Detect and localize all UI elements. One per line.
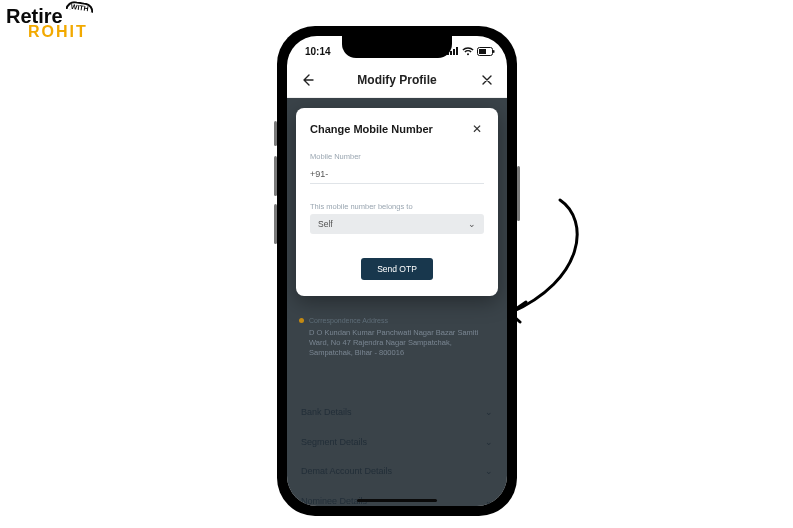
svg-rect-3 bbox=[456, 47, 458, 55]
chevron-down-icon: ⌄ bbox=[485, 436, 493, 450]
battery-icon bbox=[477, 47, 495, 56]
address-block: Correspondence Address D O Kundan Kumar … bbox=[309, 316, 479, 358]
close-icon bbox=[481, 74, 493, 86]
logo-badge: WITH bbox=[65, 0, 94, 13]
close-icon: ✕ bbox=[472, 122, 482, 136]
change-mobile-modal: Change Mobile Number ✕ Mobile Number Thi… bbox=[296, 108, 498, 296]
modal-close-button[interactable]: ✕ bbox=[470, 122, 484, 136]
screen-header: Modify Profile bbox=[287, 62, 507, 98]
phone-frame: 10:14 Modify Profile Correspondence Addr… bbox=[277, 26, 517, 516]
select-arrows-icon: ⌄ bbox=[468, 219, 476, 229]
svg-rect-1 bbox=[450, 51, 452, 55]
phone-side-button bbox=[274, 156, 277, 196]
svg-rect-5 bbox=[479, 49, 486, 54]
mobile-number-label: Mobile Number bbox=[310, 152, 484, 161]
status-time: 10:14 bbox=[305, 46, 331, 57]
screen-content: Correspondence Address D O Kundan Kumar … bbox=[287, 98, 507, 506]
page-title: Modify Profile bbox=[357, 73, 436, 87]
accordion-item[interactable]: Demat Account Details ⌄ bbox=[297, 457, 497, 487]
belongs-to-select[interactable]: Self ⌄ bbox=[310, 214, 484, 234]
logo-line2: ROHIT bbox=[28, 24, 88, 40]
chevron-down-icon: ⌄ bbox=[485, 465, 493, 479]
svg-rect-2 bbox=[453, 49, 455, 55]
phone-side-button bbox=[274, 204, 277, 244]
phone-notch bbox=[342, 36, 452, 58]
brand-logo: Retire WITH ROHIT bbox=[6, 6, 88, 40]
modal-title: Change Mobile Number bbox=[310, 123, 433, 135]
accordion-label: Demat Account Details bbox=[301, 465, 392, 479]
home-indicator[interactable] bbox=[357, 499, 437, 502]
wifi-icon bbox=[462, 47, 474, 56]
status-icons bbox=[447, 47, 495, 56]
belongs-to-label: This mobile number belongs to bbox=[310, 202, 484, 211]
arrow-left-icon bbox=[300, 73, 314, 87]
phone-side-button bbox=[274, 121, 277, 146]
accordion-item[interactable]: Nominee Details ⌄ bbox=[297, 487, 497, 507]
address-title: Correspondence Address bbox=[309, 316, 479, 327]
chevron-down-icon: ⌄ bbox=[485, 406, 493, 420]
select-value: Self bbox=[318, 219, 333, 229]
chevron-down-icon: ⌄ bbox=[485, 495, 493, 507]
accordion-label: Bank Details bbox=[301, 406, 352, 420]
close-button[interactable] bbox=[479, 72, 495, 88]
accordion-item[interactable]: Bank Details ⌄ bbox=[297, 398, 497, 428]
svg-rect-6 bbox=[493, 50, 495, 53]
section-list: Bank Details ⌄ Segment Details ⌄ Demat A… bbox=[297, 398, 497, 506]
accordion-label: Segment Details bbox=[301, 436, 367, 450]
accordion-item[interactable]: Segment Details ⌄ bbox=[297, 428, 497, 458]
send-otp-button[interactable]: Send OTP bbox=[361, 258, 433, 280]
mobile-number-input[interactable] bbox=[310, 167, 484, 184]
phone-screen: 10:14 Modify Profile Correspondence Addr… bbox=[287, 36, 507, 506]
back-button[interactable] bbox=[299, 72, 315, 88]
phone-side-button bbox=[517, 166, 520, 221]
address-text: D O Kundan Kumar Panchwati Nagar Bazar S… bbox=[309, 328, 479, 358]
bullet-icon bbox=[299, 318, 304, 323]
